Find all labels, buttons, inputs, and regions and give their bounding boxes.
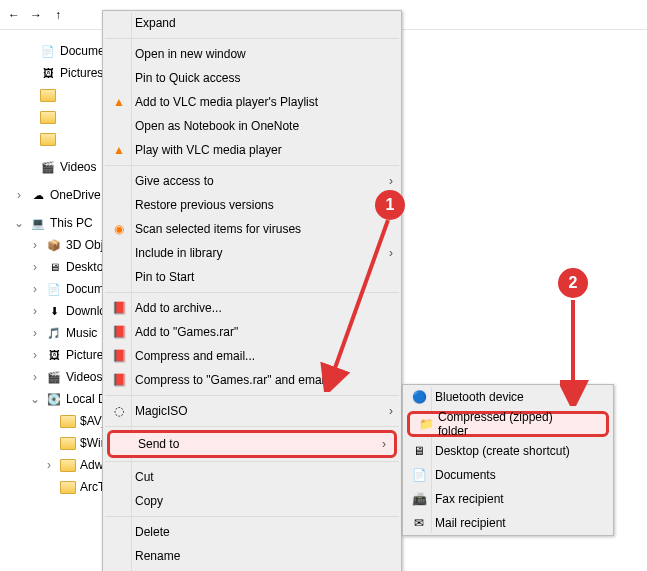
vid-icon: 🎬 [40, 159, 56, 175]
annotation-badge-2: 2 [558, 268, 588, 298]
disk-icon: 💽 [46, 391, 62, 407]
menu-item[interactable]: 📕Add to archive... [103, 296, 401, 320]
forward-button[interactable]: → [28, 8, 44, 22]
menu-item-label: Give access to [135, 174, 214, 188]
tree-item-label: OneDrive [50, 188, 101, 202]
submenu-item[interactable]: 📠Fax recipient [403, 487, 613, 511]
submenu-item[interactable]: 📄Documents [403, 463, 613, 487]
vid-icon: 🎬 [46, 369, 62, 385]
menu-item[interactable]: Copy [103, 489, 401, 513]
cloud-icon: ☁ [30, 187, 46, 203]
menu-item-label: Compress to "Games.rar" and email [135, 373, 327, 387]
submenu-item[interactable]: 🖥Desktop (create shortcut) [403, 439, 613, 463]
expand-toggle[interactable]: › [28, 260, 42, 274]
menu-separator [105, 38, 399, 39]
menu-item[interactable]: ▲Play with VLC media player [103, 138, 401, 162]
pc-icon: 💻 [30, 215, 46, 231]
menu-item-label: Restore previous versions [135, 198, 274, 212]
menu-item[interactable]: Expand [103, 11, 401, 35]
up-button[interactable]: ↑ [50, 8, 66, 22]
submenu-item[interactable]: 🔵Bluetooth device [403, 385, 613, 409]
miso-icon: ◌ [111, 403, 127, 419]
fold-icon [40, 87, 56, 103]
menu-item-label: Pin to Quick access [135, 71, 240, 85]
tree-item-label: Music [66, 326, 97, 340]
menu-item-label: Include in library [135, 246, 222, 260]
pic-icon: 🖼 [40, 65, 56, 81]
mus-icon: 🎵 [46, 325, 62, 341]
doc-icon: 📄 [40, 43, 56, 59]
menu-item-label: Open in new window [135, 47, 246, 61]
menu-item-label: Copy [135, 494, 163, 508]
menu-item[interactable]: Rename [103, 544, 401, 568]
menu-item-label: Delete [135, 525, 170, 539]
menu-item-label: Add to VLC media player's Playlist [135, 95, 318, 109]
fold-icon [60, 479, 76, 495]
menu-item-label: Compress and email... [135, 349, 255, 363]
menu-item[interactable]: Open as Notebook in OneNote [103, 114, 401, 138]
menu-item[interactable]: Give access to› [103, 169, 401, 193]
menu-item[interactable]: Pin to Start [103, 265, 401, 289]
expand-toggle[interactable]: ⌄ [12, 216, 26, 230]
expand-toggle[interactable]: › [28, 326, 42, 340]
fold-icon [60, 435, 76, 451]
menu-item[interactable]: ◉Scan selected items for viruses [103, 217, 401, 241]
expand-toggle[interactable]: › [28, 282, 42, 296]
mail-icon: ✉ [411, 515, 427, 531]
fold-icon [40, 109, 56, 125]
fold-icon [60, 413, 76, 429]
send-to-submenu: 🔵Bluetooth device📁Compressed (zipped) fo… [402, 384, 614, 536]
vlc-icon: ▲ [111, 94, 127, 110]
menu-item-label: Add to archive... [135, 301, 222, 315]
expand-toggle[interactable]: › [28, 304, 42, 318]
menu-item[interactable]: ▲Add to VLC media player's Playlist [103, 90, 401, 114]
menu-item-label: Expand [135, 16, 176, 30]
menu-item[interactable]: Send to› [107, 430, 397, 458]
rar-icon: 📕 [111, 348, 127, 364]
submenu-item-label: Fax recipient [435, 492, 504, 506]
submenu-item-label: Compressed (zipped) folder [438, 410, 584, 438]
submenu-item[interactable]: 📁Compressed (zipped) folder [407, 411, 609, 437]
rar-icon: 📕 [111, 324, 127, 340]
expand-toggle[interactable]: › [28, 370, 42, 384]
tree-item-label: Videos [60, 160, 96, 174]
menu-item[interactable]: 📕Compress to "Games.rar" and email [103, 368, 401, 392]
menu-separator [105, 292, 399, 293]
fold-icon [60, 457, 76, 473]
submenu-item[interactable]: ✉Mail recipient [403, 511, 613, 535]
menu-item[interactable]: Include in library› [103, 241, 401, 265]
expand-toggle[interactable]: › [28, 238, 42, 252]
tree-item-label: Pictures [60, 66, 103, 80]
menu-item[interactable]: 📕Compress and email... [103, 344, 401, 368]
menu-item-label: Add to "Games.rar" [135, 325, 238, 339]
menu-item[interactable]: Cut [103, 465, 401, 489]
fold-icon [40, 131, 56, 147]
doc-icon: 📄 [46, 281, 62, 297]
menu-item-label: Pin to Start [135, 270, 194, 284]
menu-item[interactable]: Open in new window [103, 42, 401, 66]
menu-item[interactable]: 📕Add to "Games.rar" [103, 320, 401, 344]
menu-item[interactable]: Restore previous versions [103, 193, 401, 217]
menu-item[interactable]: Delete [103, 520, 401, 544]
desk-icon: 🖥 [411, 443, 427, 459]
menu-item-label: Open as Notebook in OneNote [135, 119, 299, 133]
expand-toggle[interactable]: › [42, 458, 56, 472]
annotation-badge-1: 1 [375, 190, 405, 220]
submenu-item-label: Desktop (create shortcut) [435, 444, 570, 458]
submenu-item-label: Mail recipient [435, 516, 506, 530]
submenu-item-label: Documents [435, 468, 496, 482]
desk-icon: 🖥 [46, 259, 62, 275]
menu-item-label: MagicISO [135, 404, 188, 418]
expand-toggle[interactable]: ⌄ [28, 392, 42, 406]
menu-separator [105, 426, 399, 427]
submenu-item-label: Bluetooth device [435, 390, 524, 404]
menu-item-label: Cut [135, 470, 154, 484]
bt-icon: 🔵 [411, 389, 427, 405]
menu-item[interactable]: Pin to Quick access [103, 66, 401, 90]
back-button[interactable]: ← [6, 8, 22, 22]
menu-item[interactable]: ◌MagicISO› [103, 399, 401, 423]
expand-toggle[interactable]: › [12, 188, 26, 202]
menu-item-label: Rename [135, 549, 180, 563]
expand-toggle[interactable]: › [28, 348, 42, 362]
menu-separator [105, 516, 399, 517]
